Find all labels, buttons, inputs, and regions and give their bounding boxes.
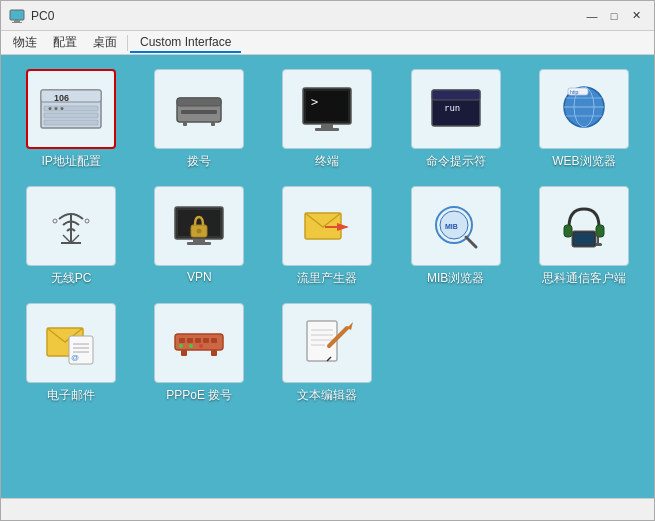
email-icon: @ (41, 316, 101, 371)
list-item[interactable]: 文本编辑器 (267, 299, 387, 408)
ip-config-icon: 106 (36, 82, 106, 137)
list-item[interactable]: http: WEB浏览器 (524, 65, 644, 174)
svg-rect-23 (432, 90, 480, 100)
wireless-pc-icon (41, 199, 101, 254)
dialup-label: 拨号 (187, 153, 211, 170)
list-item[interactable]: 流里产生器 (267, 182, 387, 291)
list-item[interactable]: @ 电子邮件 (11, 299, 131, 408)
svg-point-37 (85, 219, 89, 223)
wireless-pc-label: 无线PC (51, 270, 92, 287)
menu-item-peizhi[interactable]: 配置 (45, 32, 85, 53)
tab-custom-interface[interactable]: Custom Interface (130, 33, 241, 53)
menu-item-wulian[interactable]: 物连 (5, 32, 45, 53)
svg-point-10 (55, 107, 58, 110)
list-item[interactable]: 拨号 (139, 65, 259, 174)
svg-line-34 (63, 235, 71, 243)
traffic-gen-icon (297, 199, 357, 254)
svg-rect-52 (596, 225, 604, 237)
svg-rect-66 (195, 338, 201, 343)
svg-rect-4 (41, 90, 101, 102)
pppoe-icon-box[interactable] (154, 303, 244, 383)
svg-rect-56 (574, 233, 594, 245)
minimize-button[interactable]: — (582, 6, 602, 26)
cmd-icon-box[interactable]: run (411, 69, 501, 149)
svg-rect-1 (14, 20, 20, 22)
svg-rect-72 (181, 350, 187, 356)
vpn-icon (169, 199, 229, 254)
svg-rect-42 (193, 239, 205, 242)
text-editor-icon-box[interactable] (282, 303, 372, 383)
svg-line-35 (71, 235, 79, 243)
email-label: 电子邮件 (47, 387, 95, 404)
svg-rect-2 (12, 22, 22, 23)
web-browser-icon-box[interactable]: http: (539, 69, 629, 149)
svg-rect-64 (179, 338, 185, 343)
cisco-client-icon (554, 199, 614, 254)
svg-rect-13 (177, 98, 221, 106)
mib-browser-icon: MIB (426, 199, 486, 254)
svg-rect-7 (44, 113, 98, 118)
wireless-pc-icon-box[interactable] (26, 186, 116, 266)
svg-rect-16 (211, 122, 215, 126)
menu-bar: 物连 配置 桌面 Custom Interface (1, 31, 654, 55)
svg-rect-51 (564, 225, 572, 237)
svg-text:run: run (444, 103, 460, 113)
vpn-label: VPN (187, 270, 212, 284)
svg-rect-20 (321, 124, 333, 128)
traffic-gen-label: 流里产生器 (297, 270, 357, 287)
svg-rect-67 (203, 338, 209, 343)
list-item[interactable]: run 命令提示符 (396, 65, 516, 174)
maximize-button[interactable]: □ (604, 6, 624, 26)
vpn-icon-box[interactable] (154, 186, 244, 266)
svg-rect-43 (187, 242, 211, 245)
traffic-gen-icon-box[interactable] (282, 186, 372, 266)
svg-rect-8 (44, 120, 98, 125)
svg-rect-65 (187, 338, 193, 343)
list-item[interactable]: 106 IP地址配置 (11, 65, 131, 174)
svg-point-71 (199, 344, 203, 348)
svg-text:MIB: MIB (445, 223, 458, 230)
terminal-icon-box[interactable]: > (282, 69, 372, 149)
main-window: PC0 — □ ✕ 物连 配置 桌面 Custom Interface (0, 0, 655, 521)
list-item[interactable]: 无线PC (11, 182, 131, 291)
status-bar (1, 498, 654, 520)
window-title: PC0 (31, 9, 54, 23)
window-icon (9, 8, 25, 24)
pppoe-icon (169, 316, 229, 371)
svg-text:>: > (311, 95, 318, 109)
svg-rect-68 (211, 338, 217, 343)
svg-rect-73 (211, 350, 217, 356)
terminal-icon: > (297, 82, 357, 137)
list-item[interactable]: VPN (139, 182, 259, 291)
text-editor-label: 文本编辑器 (297, 387, 357, 404)
cmd-label: 命令提示符 (426, 153, 486, 170)
svg-text:@: @ (71, 353, 79, 362)
cisco-client-icon-box[interactable] (539, 186, 629, 266)
title-bar-left: PC0 (9, 8, 54, 24)
ip-config-label: IP地址配置 (41, 153, 100, 170)
title-bar: PC0 — □ ✕ (1, 1, 654, 31)
cisco-client-label: 思科通信客户端 (542, 270, 626, 287)
svg-rect-15 (183, 122, 187, 126)
svg-point-36 (53, 219, 57, 223)
list-item[interactable]: 思科通信客户端 (524, 182, 644, 291)
menu-item-zhuomian[interactable]: 桌面 (85, 32, 125, 53)
svg-line-50 (466, 237, 476, 247)
svg-rect-0 (10, 10, 24, 20)
dialup-icon (169, 82, 229, 137)
list-item[interactable]: MIB MIB浏览器 (396, 182, 516, 291)
terminal-label: 终端 (315, 153, 339, 170)
close-button[interactable]: ✕ (626, 6, 646, 26)
pppoe-label: PPPoE 拨号 (166, 387, 232, 404)
email-icon-box[interactable]: @ (26, 303, 116, 383)
dialup-icon-box[interactable] (154, 69, 244, 149)
svg-point-69 (179, 344, 183, 348)
list-item[interactable]: PPPoE 拨号 (139, 299, 259, 408)
ip-config-icon-box[interactable]: 106 (26, 69, 116, 149)
icon-grid: 106 IP地址配置 (11, 65, 644, 408)
menu-divider (127, 35, 128, 51)
mib-browser-icon-box[interactable]: MIB (411, 186, 501, 266)
list-item[interactable]: > 终端 (267, 65, 387, 174)
svg-point-11 (61, 107, 64, 110)
svg-text:http:: http: (570, 89, 580, 95)
